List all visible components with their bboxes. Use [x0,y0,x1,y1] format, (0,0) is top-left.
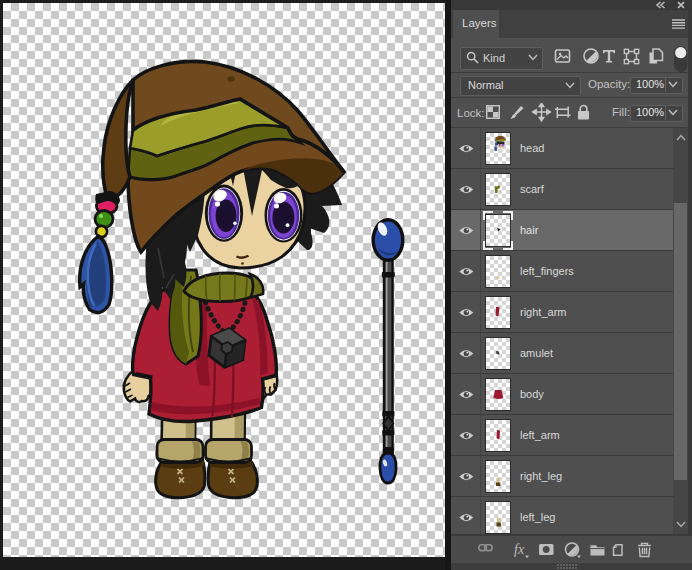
svg-text:fx: fx [514,542,525,557]
